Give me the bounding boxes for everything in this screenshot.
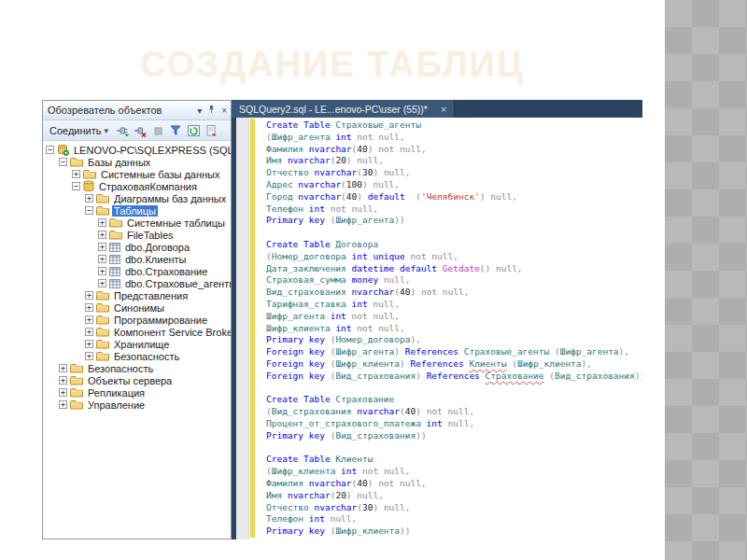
tree-item[interactable]: +Безопасность	[43, 362, 231, 374]
expand-icon[interactable]: +	[98, 267, 106, 275]
tree-item[interactable]: +Представления	[43, 289, 231, 301]
collapse-icon[interactable]: −	[59, 158, 67, 166]
tree-item[interactable]: +dbo.Клиенты	[43, 253, 231, 265]
expand-icon[interactable]: +	[98, 243, 106, 251]
tree-item-label[interactable]: Безопасность	[86, 363, 155, 374]
code-editor-area[interactable]: Create Table Страховые_агенты(Шифр_агент…	[232, 118, 642, 539]
tree-item-label[interactable]: Хранилище	[112, 339, 171, 350]
tree-item[interactable]: +Синонимы	[43, 301, 231, 314]
tree-item-label[interactable]: Диаграммы баз данных	[112, 193, 228, 204]
indicator-margin	[236, 118, 249, 539]
script-icon[interactable]	[204, 123, 218, 137]
tree-item[interactable]: −LENOVO-PC\SQLEXPRESS (SQL Server 11	[43, 144, 231, 156]
expand-icon[interactable]: +	[98, 218, 106, 227]
tree-item[interactable]: +Системные базы данных	[43, 168, 231, 180]
expand-icon[interactable]: +	[98, 231, 106, 239]
expand-icon[interactable]: +	[85, 291, 93, 300]
tree-item[interactable]: −Таблицы	[43, 204, 231, 217]
tree-item-label[interactable]: Синонимы	[112, 302, 166, 314]
editor-tab[interactable]: SQLQuery2.sql - LE...enovo-PC\user (55))…	[232, 100, 455, 118]
tree-item-label[interactable]: Репликация	[86, 387, 147, 399]
tree-item-label[interactable]: Управление	[86, 399, 147, 411]
expand-icon[interactable]: +	[85, 352, 93, 360]
stop-icon[interactable]	[150, 123, 165, 137]
tree-item-label[interactable]: Программирование	[112, 315, 209, 326]
tree-item[interactable]: −Базы данных	[43, 156, 231, 168]
table-icon	[109, 242, 120, 253]
collapse-icon[interactable]: −	[85, 206, 93, 215]
expand-icon[interactable]: +	[85, 328, 93, 336]
tree-item-label[interactable]: Системные таблицы	[125, 217, 227, 229]
code-line: Create Table Страхование	[266, 394, 642, 406]
code-line: Create Table Договора	[266, 239, 642, 251]
expand-icon[interactable]: +	[59, 364, 67, 372]
slide-canvas: СОЗДАНИЕ ТАБЛИЦ Обозреватель объектов ▾ …	[0, 0, 747, 560]
expand-icon[interactable]: +	[98, 279, 106, 287]
tree-item-label[interactable]: LENOVO-PC\SQLEXPRESS (SQL Server 11	[72, 145, 231, 156]
code-line: Вид_страхования nvarchar(40) not null,	[266, 287, 642, 299]
tree-item-label[interactable]: СтраховаяКомпания	[97, 181, 199, 192]
refresh-icon[interactable]	[186, 123, 201, 137]
expand-icon[interactable]: +	[98, 255, 106, 263]
expand-icon[interactable]: +	[59, 400, 67, 409]
code-line: Адрес nvarchar(100) null,	[266, 179, 642, 191]
tree-item-label[interactable]: FileTables	[125, 230, 176, 241]
page-title: СОЗДАНИЕ ТАБЛИЦ	[0, 45, 665, 85]
chevron-down-icon[interactable]: ▾	[197, 105, 202, 116]
tree-item[interactable]: +Управление	[43, 399, 231, 411]
tree-item[interactable]: +Безопасность	[43, 350, 231, 362]
tree-item-label[interactable]: Компонент Service Broker	[112, 327, 231, 338]
sql-code[interactable]: Create Table Страховые_агенты(Шифр_агент…	[266, 119, 642, 538]
code-line: (Номер_договора int unique not null,	[266, 251, 642, 263]
code-line: Foreign key (Шифр_клиента) References Кл…	[266, 358, 642, 371]
code-line: Primary key (Вид_страхования))	[266, 430, 642, 442]
tree-item[interactable]: +Репликация	[43, 386, 231, 399]
code-line: Отчество nvarchar(30) null,	[266, 167, 642, 179]
connect-icon[interactable]	[115, 123, 130, 137]
object-explorer-panel: Обозреватель объектов ▾ × Соединить ▾ −L…	[42, 100, 232, 539]
tree-item-label[interactable]: dbo.Договора	[123, 242, 191, 253]
code-line: Дата_заключения datetime default Getdate…	[266, 263, 642, 275]
code-line	[266, 227, 642, 239]
expand-icon[interactable]: +	[85, 303, 93, 312]
tree-item-label[interactable]: Таблицы	[112, 205, 158, 217]
tree-item[interactable]: +Системные таблицы	[43, 217, 231, 229]
expand-icon[interactable]: +	[85, 340, 93, 348]
tree-item-label[interactable]: Объекты сервера	[86, 375, 174, 386]
tree-item[interactable]: +dbo.Страховые_агенты	[43, 277, 231, 289]
expand-icon[interactable]: +	[85, 194, 93, 203]
tab-close-icon[interactable]: ×	[441, 104, 446, 115]
connect-button-label: Соединить	[49, 125, 102, 136]
tree-item[interactable]: +dbo.Страхование	[43, 265, 231, 277]
tree-item-label[interactable]: Представления	[112, 290, 190, 301]
tree-item[interactable]: +Диаграммы баз данных	[43, 192, 231, 204]
tree-item[interactable]: +Программирование	[43, 314, 231, 326]
close-icon[interactable]: ×	[221, 105, 227, 116]
code-line: Шифр_агента int not null,	[266, 311, 642, 323]
expand-icon[interactable]: +	[59, 388, 67, 397]
tree-item[interactable]: +FileTables	[43, 229, 231, 241]
folder-icon	[109, 230, 122, 240]
tree-item-label[interactable]: Базы данных	[86, 157, 152, 168]
tree-item-label[interactable]: Безопасность	[112, 351, 181, 362]
code-line: Фамилия nvarchar(40) not null,	[266, 478, 642, 490]
tree-item-label[interactable]: dbo.Клиенты	[123, 254, 189, 265]
tree-item-label[interactable]: dbo.Страхование	[123, 266, 209, 277]
tree-item[interactable]: +dbo.Договора	[43, 241, 231, 253]
collapse-icon[interactable]: −	[72, 182, 80, 190]
tree-item[interactable]: +Объекты сервера	[43, 374, 231, 386]
disconnect-icon[interactable]	[133, 123, 148, 137]
pin-icon[interactable]	[207, 105, 216, 116]
expand-icon[interactable]: +	[85, 315, 93, 324]
expand-icon[interactable]: +	[59, 376, 67, 385]
tree-item[interactable]: +Хранилище	[43, 338, 231, 350]
expand-icon[interactable]: +	[72, 170, 80, 178]
tree-item[interactable]: +Компонент Service Broker	[43, 326, 231, 338]
collapse-icon[interactable]: −	[46, 146, 54, 154]
tree-item-label[interactable]: Системные базы данных	[99, 169, 221, 180]
filter-icon[interactable]	[168, 123, 183, 137]
tree-item-label[interactable]: dbo.Страховые_агенты	[123, 278, 231, 289]
connect-button[interactable]: Соединить ▾	[47, 124, 111, 137]
tree-item[interactable]: −СтраховаяКомпания	[43, 180, 231, 192]
folder-icon	[109, 217, 122, 228]
